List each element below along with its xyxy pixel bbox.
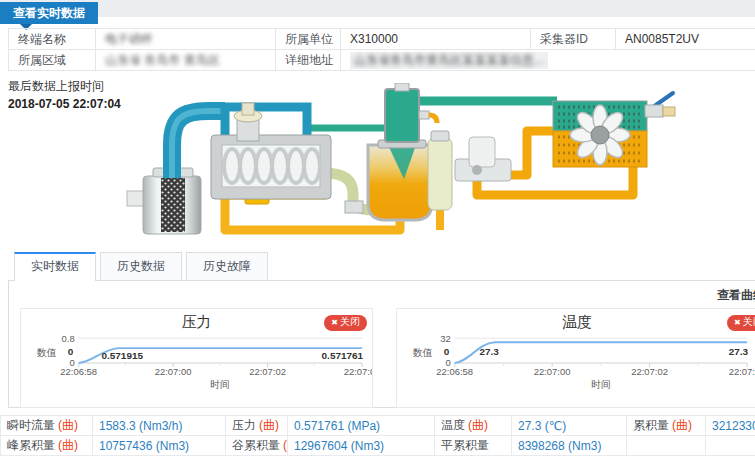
close-icon: ✖ xyxy=(331,318,338,327)
pressure-chart: 压力 ✖关闭 数值 0.8 0 0 0.571915 0.571761 22:0… xyxy=(20,308,373,408)
page-title-tab[interactable]: 查看实时数据 xyxy=(0,2,98,24)
realtime-data-page: { "header": { "page_tab": "查看实时数据" }, "i… xyxy=(0,0,755,472)
oil-filter xyxy=(428,131,452,210)
table-row: 峰累积量(曲) 10757436 (Nm3) 谷累积量(曲) 12967604 … xyxy=(1,436,755,456)
tab-realtime-data[interactable]: 实时数据 xyxy=(14,252,96,281)
pressure-point-label-first: 0 xyxy=(68,346,74,357)
curve-link[interactable]: (曲) xyxy=(58,438,78,452)
region-value: 山东省 青岛市 黄岛区 xyxy=(96,50,276,71)
reading-label-cell xyxy=(627,436,706,456)
address-label: 详细地址 xyxy=(276,50,341,71)
top-band xyxy=(0,0,755,17)
thermostatic-valve xyxy=(455,137,511,181)
temperature-point-label-last: 27.3 xyxy=(729,346,749,357)
reading-label-cell: 瞬时流量(曲) xyxy=(1,416,93,436)
pressure-chart-title: 压力 xyxy=(21,309,372,331)
curve-link[interactable]: (曲) xyxy=(58,418,78,432)
temperature-chart-title: 温度 xyxy=(397,309,755,331)
reading-value-cell: 1583.3 (Nm3/h) xyxy=(93,416,226,436)
temperature-xtick-0: 22:06:58 xyxy=(436,366,473,377)
table-row: 所属区域 山东省 青岛市 黄岛区 详细地址 山东省青岛市黄岛区某某某某信息... xyxy=(9,50,755,71)
terminal-info-table: 终端名称 电子磅秤 所属单位 X310000 采集器ID AN0085T2UV … xyxy=(8,28,755,71)
temperature-point-label-mid: 27.3 xyxy=(480,346,500,357)
reading-value-cell: 0.571761 (MPa) xyxy=(288,416,435,436)
terminal-name-value: 电子磅秤 xyxy=(96,29,276,50)
terminal-name-label: 终端名称 xyxy=(9,29,96,50)
reading-label-cell: 谷累积量(曲) xyxy=(226,436,288,456)
data-tabs: 实时数据 历史数据 历史故障 xyxy=(14,252,268,281)
pressure-xtick-2: 22:07:02 xyxy=(249,366,286,377)
temperature-chart-close-button[interactable]: ✖关闭 xyxy=(727,315,755,331)
view-curve-link[interactable]: 查看曲线 xyxy=(717,287,755,304)
last-report-time-value: 2018-07-05 22:07:04 xyxy=(8,97,121,111)
tab-history-fault[interactable]: 历史故障 xyxy=(186,252,268,280)
reading-label-cell: 温度(曲) xyxy=(435,416,512,436)
curve-link[interactable]: (曲) xyxy=(259,418,279,432)
discharge-fitting xyxy=(345,201,363,213)
reading-label-cell: 压力(曲) xyxy=(226,416,288,436)
unit-label: 所属单位 xyxy=(276,29,341,50)
table-row: 终端名称 电子磅秤 所属单位 X310000 采集器ID AN0085T2UV xyxy=(9,29,755,50)
temperature-chart: 温度 ✖关闭 数值 32 0 0 27.3 27.3 22:06:58 22:0… xyxy=(396,308,755,408)
reading-value-cell: 27.3 (℃) xyxy=(512,416,627,436)
temperature-y-axis-name: 数值 xyxy=(412,347,433,358)
realtime-panel: 查看曲线 压力 ✖关闭 数值 0.8 0 0 0.571915 0.571761… xyxy=(8,280,755,408)
reading-value-cell xyxy=(706,436,755,456)
reading-label-cell: 平累积量 xyxy=(435,436,512,456)
reading-value-cell: 8398268 (Nm3) xyxy=(512,436,627,456)
pressure-ytick-top: 0.8 xyxy=(62,333,75,344)
reading-value-cell: 12967604 (Nm3) xyxy=(288,436,435,456)
table-row: 瞬时流量(曲) 1583.3 (Nm3/h) 压力(曲) 0.571761 (M… xyxy=(1,416,755,436)
tab-history-data[interactable]: 历史数据 xyxy=(100,252,182,280)
pressure-xtick-3: 22:07:04 xyxy=(344,366,372,377)
compressor-diagram xyxy=(125,83,705,251)
outlet-valve xyxy=(645,93,675,117)
oil-cooler-fan xyxy=(553,101,647,167)
last-report-time-label: 最后数据上报时间 xyxy=(8,78,104,95)
temperature-point-label-first: 0 xyxy=(444,346,450,357)
pressure-x-axis-name: 时间 xyxy=(210,379,230,390)
temperature-xtick-2: 22:07:02 xyxy=(631,366,668,377)
collector-id-label: 采集器ID xyxy=(531,29,616,50)
reading-label-cell: 累积量(曲) xyxy=(627,416,706,436)
close-icon: ✖ xyxy=(734,318,741,327)
reading-value-cell: 10757436 (Nm3) xyxy=(93,436,226,456)
temperature-ytick-top: 32 xyxy=(440,333,451,344)
pressure-xtick-0: 22:06:58 xyxy=(60,366,97,377)
temperature-x-axis-name: 时间 xyxy=(591,379,611,390)
pressure-y-axis-name: 数值 xyxy=(36,347,57,358)
readings-table: 瞬时流量(曲) 1583.3 (Nm3/h) 压力(曲) 0.571761 (M… xyxy=(0,415,755,456)
pressure-chart-close-button[interactable]: ✖关闭 xyxy=(324,315,367,331)
curve-link[interactable]: (曲) xyxy=(672,418,692,432)
temperature-xtick-1: 22:07:00 xyxy=(534,366,571,377)
pressure-xtick-1: 22:07:00 xyxy=(155,366,192,377)
collector-id-value: AN0085T2UV xyxy=(616,29,755,50)
temperature-chart-plot: 数值 32 0 0 27.3 27.3 22:06:58 22:07:00 22… xyxy=(397,331,755,408)
curve-link[interactable]: (曲) xyxy=(283,438,288,452)
reading-label-cell: 峰累积量(曲) xyxy=(1,436,93,456)
curve-link[interactable]: (曲) xyxy=(468,418,488,432)
pressure-point-label-last: 0.571761 xyxy=(322,350,364,361)
pressure-chart-plot: 数值 0.8 0 0 0.571915 0.571761 22:06:58 22… xyxy=(21,331,372,408)
region-label: 所属区域 xyxy=(9,50,96,71)
address-value: 山东省青岛市黄岛区某某某某信息... xyxy=(341,50,755,71)
reading-value-cell: 32123308 (Nm3) xyxy=(706,416,755,436)
pressure-point-label-mid: 0.571915 xyxy=(102,350,144,361)
temperature-xtick-3: 22:07:04 xyxy=(729,366,755,377)
screw-airend xyxy=(211,135,331,199)
fan-icon xyxy=(570,105,630,165)
unit-value: X310000 xyxy=(341,29,531,50)
